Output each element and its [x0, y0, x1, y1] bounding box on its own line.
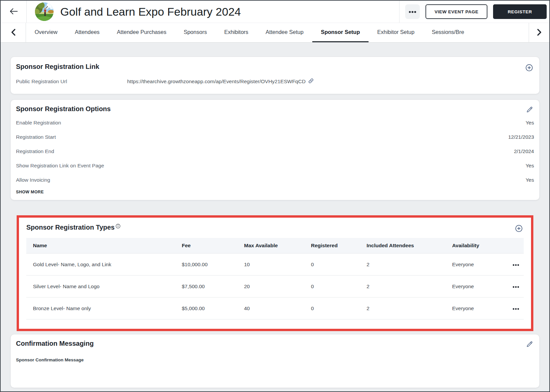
- link-icon[interactable]: [308, 78, 314, 85]
- tab-sponsor-setup[interactable]: Sponsor Setup: [312, 23, 369, 42]
- cell-included-attendees: 2: [367, 305, 452, 311]
- cell-fee: $10,000.00: [182, 262, 244, 268]
- cell-fee: $5,000.00: [182, 305, 244, 311]
- tab-exhibitors[interactable]: Exhibitors: [215, 23, 257, 42]
- chevron-left-icon: [11, 29, 16, 37]
- cell-availability: Everyone: [452, 284, 511, 290]
- page-title: Golf and Learn Expo February 2024: [60, 5, 241, 18]
- cell-included-attendees: 2: [367, 284, 452, 290]
- cell-registered: 0: [311, 305, 367, 311]
- tab-label: Sessions/Bre: [432, 29, 464, 35]
- column-header-registered: Registered: [311, 243, 367, 249]
- column-header-name: Name: [26, 243, 182, 249]
- option-value: Yes: [526, 120, 534, 126]
- registration-types-table: Name Fee Max Available Registered Includ…: [26, 238, 524, 319]
- plus-circle-icon: [525, 68, 533, 73]
- option-row: Registration End 2/1/2024: [16, 144, 534, 158]
- tab-attendee-setup[interactable]: Attendee Setup: [257, 23, 312, 42]
- public-registration-url-link[interactable]: https://thearchive.growthzoneapp.com/ap/…: [127, 79, 306, 85]
- confirmation-messaging-card: Confirmation Messaging Sponsor Confirmat…: [11, 334, 539, 388]
- tab-attendees[interactable]: Attendees: [66, 23, 108, 42]
- more-options-button[interactable]: [405, 4, 420, 19]
- cell-max-available: 40: [244, 305, 311, 311]
- ellipsis-icon: [409, 9, 416, 14]
- cell-max-available: 20: [244, 284, 311, 290]
- cell-name: Gold Level- Name, Logo, and Link: [26, 262, 182, 268]
- register-button[interactable]: REGISTER: [493, 4, 547, 19]
- sponsor-registration-options-card: Sponsor Registration Options Enable Regi…: [11, 100, 539, 200]
- show-more-button[interactable]: SHOW MORE: [16, 190, 44, 194]
- cell-max-available: 10: [244, 262, 311, 268]
- add-registration-link-button[interactable]: [524, 63, 534, 73]
- tab-label: Attendees: [75, 29, 100, 35]
- cell-name: Silver Level- Name and Logo: [26, 284, 182, 290]
- highlight-annotation-box: Sponsor Registration Types Name: [17, 215, 533, 331]
- tab-label: Sponsors: [184, 29, 207, 35]
- tab-label: Overview: [35, 29, 58, 35]
- tab-label: Attendee Setup: [266, 29, 304, 35]
- sponsor-confirmation-message-value: [16, 362, 534, 382]
- plus-circle-icon: [515, 229, 523, 234]
- option-row: Show Registration Link on Event Page Yes: [16, 158, 534, 173]
- table-row: Silver Level- Name and Logo $7,500.00 20…: [26, 275, 524, 297]
- tab-bar: Overview Attendees Attendee Purchases Sp…: [1, 23, 549, 43]
- ellipsis-icon: [512, 306, 519, 311]
- option-row: Allow Invoicing Yes: [16, 173, 534, 187]
- cell-fee: $7,500.00: [182, 284, 244, 290]
- option-label: Show Registration Link on Event Page: [16, 163, 104, 169]
- add-registration-type-button[interactable]: [514, 224, 524, 233]
- back-button[interactable]: [1, 1, 27, 23]
- tabs-scroll-right-button[interactable]: [529, 23, 549, 42]
- tabs-scroll-left-button[interactable]: [1, 23, 26, 42]
- sponsor-registration-link-card: Sponsor Registration Link Public Registr…: [11, 57, 539, 94]
- confirmation-messaging-title: Confirmation Messaging: [16, 340, 94, 347]
- ellipsis-icon: [512, 262, 519, 267]
- tab-overview[interactable]: Overview: [26, 23, 66, 42]
- option-value: 12/21/2023: [508, 134, 534, 140]
- sponsor-registration-types-title: Sponsor Registration Types: [26, 224, 115, 231]
- content-area: Sponsor Registration Link Public Registr…: [1, 57, 549, 388]
- app-window: Golf and Learn Expo February 2024 VIEW E…: [0, 0, 550, 392]
- column-header-availability: Availability: [452, 243, 511, 249]
- tab-label: Exhibitors: [224, 29, 248, 35]
- public-registration-url-row: Public Registration Url https://thearchi…: [16, 78, 534, 85]
- cell-included-attendees: 2: [367, 262, 452, 268]
- tab-exhibitor-setup[interactable]: Exhibitor Setup: [369, 23, 423, 42]
- edit-registration-options-button[interactable]: [525, 105, 534, 114]
- cell-name: Bronze Level- Name only: [26, 305, 182, 311]
- public-registration-url-label: Public Registration Url: [16, 79, 127, 85]
- tab-label: Attendee Purchases: [117, 29, 166, 35]
- header-bar: Golf and Learn Expo February 2024 VIEW E…: [1, 1, 549, 23]
- ellipsis-icon: [512, 284, 519, 289]
- info-circle-icon[interactable]: [116, 224, 121, 230]
- option-label: Registration End: [16, 148, 54, 154]
- column-header-max-available: Max Available: [244, 243, 311, 249]
- option-row: Enable Registration Yes: [16, 115, 534, 130]
- pencil-icon: [526, 109, 533, 114]
- tab-label: Sponsor Setup: [321, 29, 360, 35]
- tab-sponsors[interactable]: Sponsors: [175, 23, 216, 42]
- option-label: Enable Registration: [16, 120, 61, 126]
- edit-confirmation-message-button[interactable]: [525, 340, 534, 349]
- header-divider: [399, 1, 400, 23]
- header-actions: VIEW EVENT PAGE REGISTER: [399, 1, 549, 23]
- chevron-right-icon: [537, 29, 542, 37]
- view-event-page-button[interactable]: VIEW EVENT PAGE: [425, 4, 487, 19]
- row-menu-button[interactable]: [511, 285, 521, 290]
- pencil-icon: [526, 344, 533, 349]
- tab-list: Overview Attendees Attendee Purchases Sp…: [26, 23, 529, 42]
- row-menu-button[interactable]: [511, 263, 521, 268]
- cell-availability: Everyone: [452, 305, 511, 311]
- column-header-fee: Fee: [182, 243, 244, 249]
- cell-registered: 0: [311, 262, 367, 268]
- option-row: Registration Start 12/21/2023: [16, 130, 534, 144]
- option-label: Registration Start: [16, 134, 56, 140]
- tab-sessions-breakouts[interactable]: Sessions/Bre: [423, 23, 473, 42]
- sponsor-registration-link-title: Sponsor Registration Link: [16, 63, 99, 71]
- column-header-included-attendees: Included Attendees: [367, 243, 452, 249]
- option-value: Yes: [526, 177, 534, 183]
- cell-availability: Everyone: [452, 262, 511, 268]
- tab-attendee-purchases[interactable]: Attendee Purchases: [108, 23, 175, 42]
- row-menu-button[interactable]: [511, 306, 521, 311]
- table-row: Bronze Level- Name only $5,000.00 40 0 2…: [26, 297, 524, 319]
